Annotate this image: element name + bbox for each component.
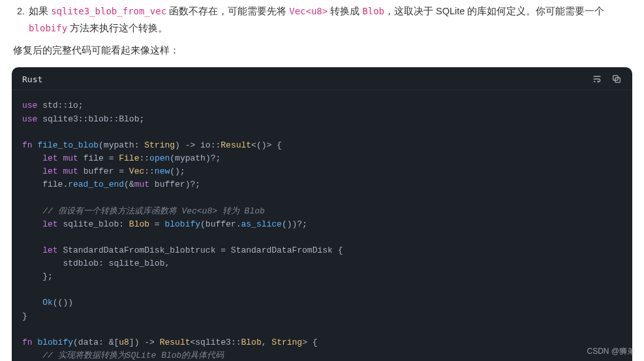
token: buffer = [78, 166, 129, 176]
token: ]) -> [129, 337, 160, 347]
token: , [262, 337, 272, 347]
token: = [149, 219, 164, 229]
copy-icon[interactable] [611, 74, 622, 84]
text-fragment: 如果 [29, 6, 51, 16]
token: sqlite_blob: [58, 219, 129, 229]
paragraph: 修复后的完整代码可能看起来像这样： [10, 39, 634, 63]
code-content[interactable]: use std::io; use sqlite3::blob::Blob; fn… [12, 90, 632, 361]
list-text: 如果 sqlite3_blob_from_vec 函数不存在，可能需要先将 Ve… [29, 3, 634, 37]
token: StandardDataFromDisk_blobtruck = Standar… [58, 245, 343, 255]
token: (); [170, 166, 185, 176]
watermark: CSDN @狮弟 [587, 346, 635, 357]
code-header: Rust [12, 67, 632, 90]
token: :: [144, 166, 155, 176]
article-content: 2. 如果 sqlite3_blob_from_vec 函数不存在，可能需要先将… [0, 0, 644, 361]
token: (& [124, 180, 134, 189]
token: std::io; [37, 101, 83, 110]
token-keyword: use [22, 114, 37, 124]
token: buffer)?; [149, 180, 200, 189]
token-comment: // 假设有一个转换方法或库函数将 Vec<u8> 转为 Blob [22, 206, 265, 216]
token-type: Result [221, 140, 251, 150]
inline-code: sqlite3_blob_from_vec [51, 6, 166, 16]
list-number: 2. [17, 3, 25, 37]
token: (mypath: [99, 140, 144, 150]
token: (buffer. [200, 219, 241, 229]
token: (data: &[ [73, 337, 119, 347]
token-type: String [144, 140, 175, 150]
code-actions [592, 74, 622, 84]
token-fn: as_slice [241, 219, 281, 229]
token-type: Blob [129, 219, 149, 229]
token-fn: read_to_end [68, 180, 124, 189]
token: file. [22, 180, 68, 189]
inline-code: Vec<u8> [289, 6, 328, 16]
token-keyword: let [22, 245, 58, 255]
token-keyword: let [22, 153, 58, 163]
token: > { [302, 337, 317, 347]
inline-code: blobify [29, 23, 67, 33]
token-fn: open [149, 153, 170, 163]
text-fragment: ，这取决于 SQLite 的库如何定义。你可能需要一个 [384, 6, 604, 16]
token: <sqlite3:: [190, 337, 241, 347]
token: (()) [53, 298, 73, 307]
token-keyword: mut [58, 166, 78, 176]
token-type: String [271, 337, 302, 347]
token: :: [139, 153, 149, 163]
token: ())?; [282, 219, 307, 229]
token: (mypath)?; [170, 153, 221, 163]
token-fn: Ok [22, 298, 53, 307]
inline-code: Blob [362, 6, 384, 16]
token-keyword: use [22, 101, 37, 110]
token-fn: blobify [33, 337, 73, 347]
token: } [22, 311, 27, 321]
token: ) -> io:: [175, 140, 221, 150]
code-block: Rust use std::io; use sqlite3::blob::Blo… [12, 67, 632, 361]
wrap-icon[interactable] [592, 74, 602, 84]
token-keyword: fn [22, 337, 33, 347]
token-type: Result [160, 337, 191, 347]
token-type: u8 [119, 337, 129, 347]
token-comment: // 实现将数据转换为SQLite Blob的具体代码 [22, 351, 224, 360]
token: }; [22, 272, 53, 281]
text-fragment: 方法来执行这个转换。 [67, 23, 168, 33]
token-keyword: let [22, 166, 58, 176]
token-type: File [119, 153, 139, 163]
token: <()> { [251, 140, 282, 150]
token-keyword: fn [22, 140, 33, 150]
text-fragment: 函数不存在，可能需要先将 [166, 6, 289, 16]
code-language-label: Rust [22, 74, 42, 84]
token-fn: file_to_blob [33, 140, 99, 150]
token-keyword: mut [134, 180, 149, 189]
token: file = [78, 153, 119, 163]
text-fragment: 转换成 [328, 6, 362, 16]
token: sqlite3::blob::Blob; [37, 114, 144, 124]
token-type: Blob [241, 337, 262, 347]
token-type: Vec [129, 166, 144, 176]
token: stdblob: sqlite_blob, [22, 259, 170, 268]
token-keyword: let [22, 219, 58, 229]
token-keyword: mut [58, 153, 78, 163]
ordered-list-item: 2. 如果 sqlite3_blob_from_vec 函数不存在，可能需要先将… [10, 0, 634, 39]
token-fn: blobify [164, 219, 200, 229]
token-fn: new [155, 166, 170, 176]
